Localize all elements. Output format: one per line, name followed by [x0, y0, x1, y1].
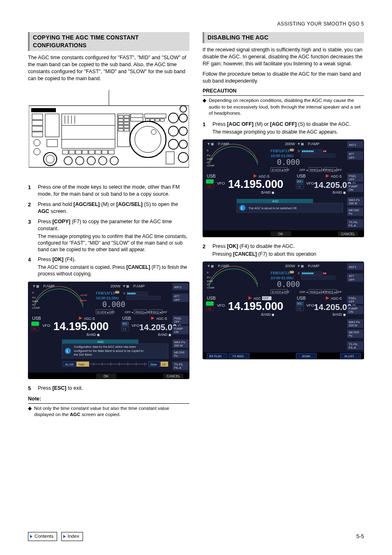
left-section-title: COPYING THE AGC TIME CONSTANT CONFIGURAT… — [28, 32, 189, 51]
svg-rect-274 — [323, 273, 325, 274]
svg-text:RXEQ ▸OFF: RXEQ ▸OFF — [310, 290, 327, 294]
svg-text:OK: OK — [104, 374, 108, 378]
svg-text:+60dB: +60dB — [80, 294, 87, 296]
svg-text:RX: RX — [32, 322, 37, 326]
svg-text:OFF: OFF — [174, 320, 180, 324]
svg-point-241 — [240, 205, 245, 210]
svg-rect-270 — [309, 273, 310, 274]
svg-rect-266 — [302, 273, 303, 274]
svg-text:AGC-S: AGC-S — [331, 297, 342, 301]
svg-text:COMP: COMP — [207, 164, 214, 167]
svg-text:PO: PO — [32, 296, 36, 299]
svg-text:RX: RX — [297, 302, 302, 305]
step-num: 1 — [28, 184, 34, 198]
step-text: Press [AGC OFF] (M) or [AGC OFF] (S) to … — [212, 121, 350, 127]
step-text: Press [OK] (F4). — [38, 257, 76, 262]
svg-text:D.VOX ▸OFF: D.VOX ▸OFF — [97, 310, 115, 314]
svg-text:VFO: VFO — [306, 181, 314, 185]
svg-text:ON: ON — [174, 330, 179, 334]
svg-text:ANT1: ANT1 — [174, 285, 182, 289]
svg-text:Slow: Slow — [150, 362, 157, 366]
svg-text:200 W: 200 W — [349, 201, 357, 205]
svg-text:TXEQ ▸OFF: TXEQ ▸OFF — [325, 290, 342, 294]
svg-text:14: 14 — [162, 362, 166, 366]
svg-text:D.VOX ▸OFF: D.VOX ▸OFF — [272, 168, 290, 171]
radio-illustration — [28, 90, 189, 172]
svg-text:OFF: OFF — [174, 298, 180, 301]
svg-text:RX PLAY: RX PLAY — [210, 354, 222, 358]
svg-text:0.000: 0.000 — [277, 158, 300, 166]
svg-rect-185 — [309, 150, 310, 152]
svg-text:▼◼: ▼◼ — [297, 142, 304, 146]
svg-text:Fast: Fast — [78, 362, 84, 366]
diamond-icon: ◆ — [28, 405, 32, 418]
left-steps: 1Press one of the mode keys to select th… — [28, 184, 189, 277]
svg-point-138 — [65, 348, 71, 354]
svg-rect-275 — [325, 273, 326, 274]
svg-text:200W: 200W — [285, 142, 295, 146]
svg-text:FEB/15/'13: FEB/15/'13 — [270, 271, 289, 275]
svg-text:TX MSG: TX MSG — [232, 354, 244, 358]
svg-text:AGC-S: AGC-S — [331, 175, 342, 178]
index-button[interactable]: Index — [61, 532, 83, 541]
svg-rect-184 — [307, 150, 308, 152]
svg-text:ANT1: ANT1 — [349, 265, 356, 268]
step-4: 4Press [OK] (F4).The AGC time constant i… — [28, 256, 189, 277]
step-sub: The AGC time constant is copied. Press [… — [38, 264, 189, 277]
contents-label: Contents — [35, 533, 53, 540]
svg-text:SWR: SWR — [32, 299, 38, 302]
index-label: Index — [68, 533, 79, 540]
svg-text:Po: Po — [349, 212, 353, 215]
contents-button[interactable]: Contents — [28, 532, 57, 541]
svg-rect-188 — [301, 154, 335, 157]
svg-rect-87 — [127, 296, 161, 299]
svg-rect-183 — [305, 150, 307, 152]
svg-text:▼◼: ▼◼ — [207, 142, 213, 146]
svg-rect-83 — [129, 292, 130, 294]
svg-text:configured for the Main Band i: configured for the Main Band is about to… — [74, 349, 143, 352]
left-intro: The AGC time constants configured for "F… — [28, 54, 189, 82]
page-footer: Contents Index 5-5 — [28, 532, 364, 541]
right-intro-1: If the received signal strength is suffi… — [203, 46, 364, 67]
step-num: 4 — [28, 256, 34, 277]
svg-text:P.AMP: P.AMP — [43, 284, 55, 288]
svg-text:▼◼: ▼◼ — [297, 264, 304, 268]
svg-text:14.195.000: 14.195.000 — [228, 300, 284, 312]
svg-text:BAND ◼: BAND ◼ — [87, 333, 100, 337]
step-num: 2 — [28, 201, 34, 215]
note-item: ◆ Not only the time constant value but a… — [28, 405, 189, 418]
svg-text:RX: RX — [207, 180, 211, 183]
step-num: 1 — [203, 121, 208, 135]
note-text: Not only the time constant value but als… — [34, 405, 189, 418]
svg-text:10:00 01:00U: 10:00 01:00U — [96, 296, 119, 300]
lcd-screenshot-disable-prompt: ▼◼ P.AMP 200W ▼◼ P.AMP SPOSWRIdCOMP FEB/… — [203, 139, 364, 237]
svg-rect-85 — [132, 292, 134, 294]
svg-text:COMP: COMP — [32, 306, 40, 309]
step-num: 2 — [203, 243, 208, 257]
svg-text:RX: RX — [297, 180, 302, 183]
svg-text:S: S — [32, 291, 34, 294]
svg-text:Po: Po — [349, 334, 353, 338]
svg-rect-273 — [301, 276, 335, 279]
step-3: 3Press [COPY] (F7) to copy the parameter… — [28, 218, 189, 253]
svg-text:OFF ◂: OFF ◂ — [125, 310, 133, 314]
precaution-item: ◆ Depending on reception conditions, dis… — [203, 97, 364, 117]
svg-text:i: i — [67, 349, 68, 353]
svg-text:SWR: SWR — [207, 279, 213, 282]
step-text: Press and hold [AGC/SEL] (M) or [AGC/SEL… — [38, 201, 178, 214]
svg-text:TX: TX — [123, 327, 127, 331]
svg-text:D.VOX ▸OFF: D.VOX ▸OFF — [272, 290, 290, 294]
precaution-text: Depending on reception conditions, disab… — [209, 97, 364, 117]
svg-text:S: S — [123, 291, 125, 295]
svg-text:BAND ◼: BAND ◼ — [158, 333, 171, 337]
svg-text:P.AMP: P.AMP — [308, 142, 319, 146]
svg-rect-268 — [305, 273, 307, 274]
step-2: 2Press and hold [AGC/SEL] (M) or [AGC/SE… — [28, 201, 189, 215]
svg-text:The AGC is about to be switche: The AGC is about to be switched Off. — [249, 206, 297, 210]
step-5: 5Press [ESC] to exit. — [28, 385, 189, 392]
svg-text:FIL-A: FIL-A — [174, 366, 182, 370]
svg-text:USB: USB — [297, 174, 306, 178]
svg-text:FEB/15/'13: FEB/15/'13 — [96, 291, 115, 295]
svg-rect-82 — [127, 292, 129, 294]
svg-text:▼◼: ▼◼ — [207, 264, 213, 268]
